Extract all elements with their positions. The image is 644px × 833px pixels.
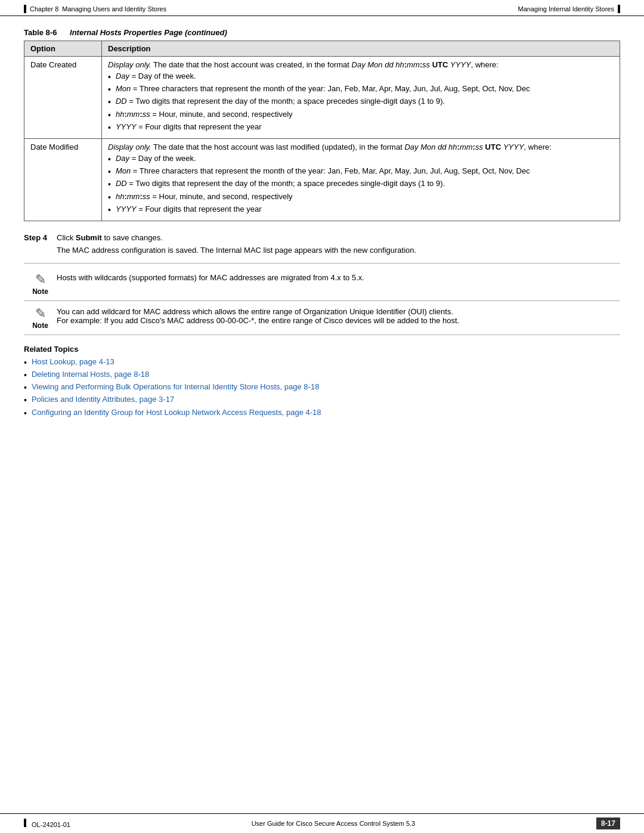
note-icon-col-2: ✎ Note: [24, 306, 57, 330]
related-topics-title: Related Topics: [24, 345, 620, 354]
list-item: Mon = Three characters that represent th…: [108, 84, 614, 95]
list-item: DD = Two digits that represent the day o…: [108, 97, 614, 107]
list-item: Mon = Three characters that represent th…: [108, 166, 614, 177]
list-item: hh:mm:ss = Hour, minute, and second, res…: [108, 192, 614, 203]
col-header-option: Option: [24, 41, 102, 57]
related-link-5[interactable]: Configuring an Identity Group for Host L…: [32, 408, 321, 417]
doc-number: OL-24201-01: [32, 821, 70, 828]
list-item: Policies and Identity Attributes, page 3…: [24, 395, 620, 405]
format-label: Day Mon dd hh: [352, 60, 404, 69]
option-date-modified: Date Modified: [24, 138, 102, 221]
header-right: Managing Internal Identity Stores: [518, 5, 620, 13]
page-footer: OL-24201-01 User Guide for Cisco Secure …: [0, 813, 644, 833]
desc-date-modified: Display only. The date that the host acc…: [102, 138, 620, 221]
properties-table: Option Description Date Created Display …: [24, 41, 620, 221]
footer-bar-left: [24, 819, 26, 827]
related-topics-section: Related Topics Host Lookup, page 4-13 De…: [24, 345, 620, 419]
chapter-label: Chapter 8: [30, 5, 58, 13]
guide-title: User Guide for Cisco Secure Access Contr…: [252, 820, 416, 827]
header-bar-left: [24, 5, 26, 13]
step-section: Step 4 Click Submit to save changes. The…: [24, 233, 620, 255]
pencil-icon-2: ✎: [35, 307, 46, 320]
table-row: Date Modified Display only. The date tha…: [24, 138, 620, 221]
display-only-label2: Display only.: [108, 143, 151, 151]
list-item: Configuring an Identity Group for Host L…: [24, 408, 620, 419]
footer-left: OL-24201-01: [24, 819, 70, 828]
header-bar-right: [618, 5, 620, 13]
note-text-2: You can add wildcard for MAC address whi…: [57, 306, 620, 325]
desc-date-created: Display only. The date that the host acc…: [102, 57, 620, 139]
display-only-label: Display only.: [108, 60, 151, 69]
note-text-1: Hosts with wildcards (supported formats)…: [57, 272, 620, 282]
note-block-2: ✎ Note You can add wildcard for MAC addr…: [24, 306, 620, 335]
table-row: Date Created Display only. The date that…: [24, 57, 620, 139]
section-title: Managing Internal Identity Stores: [518, 5, 614, 13]
list-item: Day = Day of the week.: [108, 154, 614, 165]
list-item: Deleting Internal Hosts, page 8-18: [24, 370, 620, 380]
note-label-2: Note: [32, 321, 48, 330]
step-action: Click Submit to save changes.: [57, 233, 163, 242]
page-header: Chapter 8 Managing Users and Identity St…: [0, 0, 644, 16]
related-link-3[interactable]: Viewing and Performing Bulk Operations f…: [32, 382, 319, 391]
table-number: Table 8-6: [24, 28, 57, 37]
pencil-icon: ✎: [35, 273, 46, 286]
col-header-description: Description: [102, 41, 620, 57]
related-link-1[interactable]: Host Lookup, page 4-13: [32, 357, 114, 366]
step-description: The MAC address configuration is saved. …: [57, 246, 620, 255]
list-item: YYYY = Four digits that represent the ye…: [108, 205, 614, 215]
related-link-4[interactable]: Policies and Identity Attributes, page 3…: [32, 395, 174, 404]
date-modified-bullets: Day = Day of the week. Mon = Three chara…: [108, 154, 614, 215]
step-label: Step 4: [24, 233, 57, 242]
option-date-created: Date Created: [24, 57, 102, 139]
list-item: YYYY = Four digits that represent the ye…: [108, 122, 614, 133]
step-line: Step 4 Click Submit to save changes.: [24, 233, 620, 242]
note-block-1: ✎ Note Hosts with wildcards (supported f…: [24, 272, 620, 301]
main-content: Table 8-6 Internal Hosts Properties Page…: [0, 16, 644, 432]
table-caption-text: Internal Hosts Properties Page (continue…: [70, 28, 227, 37]
table-caption: Table 8-6 Internal Hosts Properties Page…: [24, 28, 620, 37]
related-links-list: Host Lookup, page 4-13 Deleting Internal…: [24, 357, 620, 419]
header-left: Chapter 8 Managing Users and Identity St…: [24, 5, 166, 13]
list-item: Viewing and Performing Bulk Operations f…: [24, 382, 620, 393]
list-item: DD = Two digits that represent the day o…: [108, 179, 614, 190]
list-item: hh:mm:ss = Hour, minute, and second, res…: [108, 110, 614, 120]
section-divider: [24, 263, 620, 264]
note-icon-col-1: ✎ Note: [24, 272, 57, 296]
chapter-title: Managing Users and Identity Stores: [62, 5, 166, 13]
list-item: Day = Day of the week.: [108, 72, 614, 82]
related-link-2[interactable]: Deleting Internal Hosts, page 8-18: [32, 370, 149, 379]
list-item: Host Lookup, page 4-13: [24, 357, 620, 368]
page-number: 8-17: [596, 817, 620, 829]
footer-center: User Guide for Cisco Secure Access Contr…: [252, 820, 416, 827]
date-created-bullets: Day = Day of the week. Mon = Three chara…: [108, 72, 614, 133]
note-label-1: Note: [32, 287, 48, 296]
